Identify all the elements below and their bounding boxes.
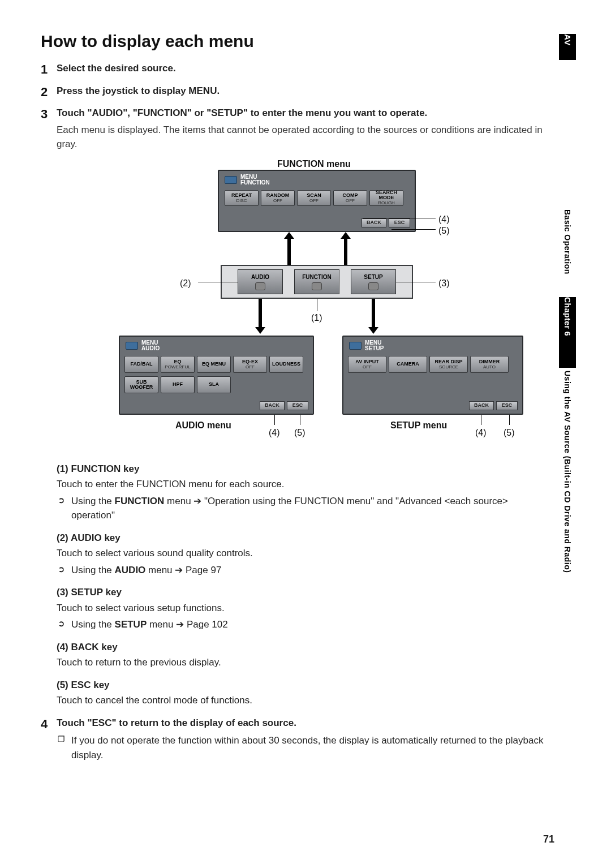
callout-1: (1): [311, 311, 322, 325]
function-menu-title: FUNCTION menu: [277, 157, 351, 171]
fn-btn-random[interactable]: RANDOMOFF: [261, 190, 295, 206]
au-btn-fadbal[interactable]: FAD/BAL: [124, 356, 158, 373]
au-btn-sla[interactable]: SLA: [197, 376, 231, 393]
callout-4c: (4): [475, 426, 487, 440]
function-key[interactable]: FUNCTION: [294, 269, 339, 294]
setup-menu-label: SETUP menu: [390, 419, 447, 432]
speaker-icon: [255, 282, 265, 290]
callout-5a: (5): [438, 224, 450, 238]
fn-btn-comp[interactable]: COMPOFF: [333, 190, 367, 206]
audio-key[interactable]: AUDIO: [238, 269, 283, 294]
ref-setup-key: (3) SETUP key Touch to select various se…: [57, 585, 550, 632]
au-esc-button[interactable]: ESC: [287, 401, 308, 410]
leader-5a: [391, 229, 436, 230]
function-screen-title: MENU FUNCTION: [240, 174, 270, 186]
su-btn-camera[interactable]: CAMERA: [389, 356, 427, 373]
leader-3: [396, 282, 436, 282]
leader-4b: [274, 415, 275, 425]
function-screen: MENU FUNCTION REPEATDISC RANDOMOFF SCANO…: [218, 170, 416, 232]
arrow-setup: [372, 299, 375, 330]
key-reference-list: (1) FUNCTION key Touch to enter the FUNC…: [57, 462, 550, 708]
leader-4c: [481, 415, 481, 425]
step-3: Touch "AUDIO", "FUNCTION" or "SETUP" to …: [41, 106, 550, 708]
cd-icon: [349, 342, 362, 350]
cd-icon: [225, 176, 237, 184]
leader-1: [317, 299, 317, 311]
step-1-head: Select the desired source.: [57, 63, 176, 74]
step-3-head: Touch "AUDIO", "FUNCTION" or "SETUP" to …: [57, 108, 427, 118]
ref-audio-key: (2) AUDIO key Touch to select various so…: [57, 531, 550, 578]
fn-btn-scan[interactable]: SCANOFF: [297, 190, 331, 206]
step-2: Press the joystick to display MENU.: [41, 84, 550, 98]
step-4-note: If you do not operate the function withi…: [57, 733, 550, 762]
arrow-audio: [259, 299, 262, 330]
side-tab-chapter-label: Chapter 6: [563, 297, 572, 336]
au-btn-hpf[interactable]: HPF: [161, 376, 195, 393]
menu-diagram: FUNCTION menu MENU FUNCTION REPEATDISC: [119, 157, 549, 452]
step-4-head: Touch "ESC" to return to the display of …: [57, 717, 296, 728]
page-title: How to display each menu: [41, 32, 550, 51]
su-btn-dimmer[interactable]: DIMMERAUTO: [470, 356, 509, 373]
callout-5c: (5): [504, 426, 515, 440]
arrowhead-audio: [255, 327, 265, 334]
callout-2: (2): [180, 277, 191, 290]
setup-key[interactable]: SETUP: [351, 269, 396, 294]
leader-2: [198, 282, 238, 282]
audio-screen: MENU AUDIO FAD/BAL EQPOWERFUL EQ MENU EQ…: [119, 336, 314, 415]
fn-btn-search[interactable]: SEARCH MODEROUGH: [369, 190, 403, 206]
setup-screen-title: MENU SETUP: [365, 340, 384, 352]
au-btn-eqmenu[interactable]: EQ MENU: [197, 356, 231, 373]
au-btn-eq[interactable]: EQPOWERFUL: [161, 356, 195, 373]
leader-5c: [509, 415, 510, 425]
su-esc-button[interactable]: ESC: [496, 401, 518, 410]
cd-icon: [126, 342, 138, 350]
step-1: Select the desired source.: [41, 61, 550, 76]
callout-3: (3): [438, 277, 450, 290]
side-tab-av-label: AV: [563, 34, 573, 46]
disc-icon: [312, 282, 322, 290]
side-tab-column: AV Basic Operation Chapter 6 Using the A…: [559, 34, 576, 758]
arrowhead-setup: [368, 327, 378, 334]
step-4: Touch "ESC" to return to the display of …: [41, 716, 550, 763]
side-tab-basic-label: Basic Operation: [563, 209, 572, 274]
arrowhead-fn-right: [341, 232, 351, 239]
side-tab-using-label: Using the AV Source (Built-in CD Drive a…: [563, 371, 572, 573]
steps-list: Select the desired source. Press the joy…: [41, 61, 550, 762]
su-btn-reardisp[interactable]: REAR DISPSOURCE: [429, 356, 468, 373]
su-back-button[interactable]: BACK: [469, 401, 494, 410]
audio-menu-label: AUDIO menu: [175, 419, 231, 432]
callout-4b: (4): [269, 426, 280, 440]
au-btn-sub[interactable]: SUB WOOFER: [124, 376, 158, 393]
setup-screen: MENU SETUP AV INPUTOFF CAMERA REAR DISPS…: [342, 336, 523, 415]
leader-4a: [363, 218, 436, 218]
fn-esc-button[interactable]: ESC: [389, 218, 410, 227]
arrowhead-fn-left: [284, 232, 294, 239]
au-btn-loud[interactable]: LOUDNESS: [269, 356, 303, 373]
side-tab-chapter: Chapter 6: [559, 297, 576, 368]
fn-btn-repeat[interactable]: REPEATDISC: [225, 190, 259, 206]
step-2-head: Press the joystick to display MENU.: [57, 85, 220, 96]
fn-back-button[interactable]: BACK: [362, 218, 386, 227]
au-btn-eqex[interactable]: EQ-EXOFF: [233, 356, 267, 373]
step-3-body: Each menu is displayed. The items that c…: [57, 123, 550, 152]
page-number: 71: [543, 833, 554, 845]
side-tab-av: AV: [559, 34, 576, 60]
ref-esc-key: (5) ESC key Touch to cancel the control …: [57, 678, 550, 708]
wrench-icon: [368, 282, 378, 290]
ref-function-key: (1) FUNCTION key Touch to enter the FUNC…: [57, 462, 550, 523]
menu-line-1: FUNCTION: [240, 180, 270, 186]
side-tab-basic: Basic Operation: [559, 209, 576, 294]
ref-back-key: (4) BACK key Touch to return to the prev…: [57, 640, 550, 670]
side-tab-using: Using the AV Source (Built-in CD Drive a…: [559, 371, 576, 659]
audio-screen-title: MENU AUDIO: [141, 340, 160, 352]
callout-5b: (5): [294, 426, 306, 440]
leader-5b: [300, 415, 300, 425]
au-back-button[interactable]: BACK: [260, 401, 285, 410]
su-btn-avinput[interactable]: AV INPUTOFF: [348, 356, 386, 373]
